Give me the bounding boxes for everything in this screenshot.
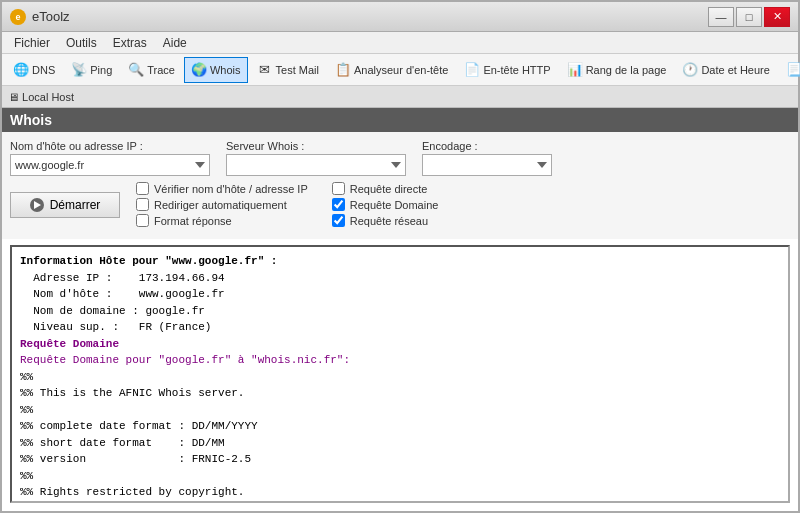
output-line: Niveau sup. : FR (France) bbox=[20, 319, 780, 336]
section-header: Whois bbox=[2, 108, 798, 132]
main-window: e eToolz — □ ✕ Fichier Outils Extras Aid… bbox=[0, 0, 800, 513]
form-row-1: Nom d'hôte ou adresse IP : www.google.fr… bbox=[10, 140, 790, 176]
server-input-row bbox=[226, 154, 406, 176]
window-title: eToolz bbox=[32, 9, 70, 24]
encoding-input-row bbox=[422, 154, 552, 176]
server-group: Serveur Whois : bbox=[226, 140, 406, 176]
host-input-row: www.google.fr bbox=[10, 154, 210, 176]
output-line: %% short date format : DD/MM bbox=[20, 435, 780, 452]
dns-label: DNS bbox=[32, 64, 55, 76]
listes-icon: 📃 bbox=[786, 62, 800, 78]
toolbar-trace[interactable]: 🔍 Trace bbox=[121, 57, 182, 83]
output-line: %% bbox=[20, 468, 780, 485]
direct-checkbox[interactable] bbox=[332, 182, 345, 195]
analyseur-icon: 📋 bbox=[335, 62, 351, 78]
encoding-group: Encodage : bbox=[422, 140, 552, 176]
whois-label: Whois bbox=[210, 64, 241, 76]
output-line: %% complete date format : DD/MM/YYYY bbox=[20, 418, 780, 435]
output-line: Nom de domaine : google.fr bbox=[20, 303, 780, 320]
whois-icon: 🌍 bbox=[191, 62, 207, 78]
local-host-icon: 🖥 bbox=[8, 91, 19, 103]
option-direct: Requête directe bbox=[332, 182, 439, 195]
reseau-label: Requête réseau bbox=[350, 215, 428, 227]
output-area[interactable]: Information Hôte pour "www.google.fr" : … bbox=[10, 245, 790, 503]
section-title: Whois bbox=[10, 112, 52, 128]
option-domaine: Requête Domaine bbox=[332, 198, 439, 211]
play-triangle bbox=[34, 201, 41, 209]
toolbar-testmail[interactable]: ✉ Test Mail bbox=[250, 57, 326, 83]
date-icon: 🕐 bbox=[682, 62, 698, 78]
title-bar-left: e eToolz bbox=[10, 9, 70, 25]
testmail-label: Test Mail bbox=[276, 64, 319, 76]
toolbar-ping[interactable]: 📡 Ping bbox=[64, 57, 119, 83]
toolbar: 🌐 DNS 📡 Ping 🔍 Trace 🌍 Whois ✉ Test Mail… bbox=[2, 54, 798, 86]
title-bar: e eToolz — □ ✕ bbox=[2, 2, 798, 32]
options-panel: Vérifier nom d'hôte / adresse IP Redirig… bbox=[136, 182, 438, 227]
output-line: Information Hôte pour "www.google.fr" : bbox=[20, 253, 780, 270]
menu-aide[interactable]: Aide bbox=[155, 34, 195, 52]
menu-outils[interactable]: Outils bbox=[58, 34, 105, 52]
local-host-label: Local Host bbox=[22, 91, 74, 103]
analyseur-label: Analyseur d'en-tête bbox=[354, 64, 448, 76]
verify-checkbox[interactable] bbox=[136, 182, 149, 195]
toolbar-dns[interactable]: 🌐 DNS bbox=[6, 57, 62, 83]
server-select[interactable] bbox=[226, 154, 406, 176]
server-label: Serveur Whois : bbox=[226, 140, 406, 152]
app-icon: e bbox=[10, 9, 26, 25]
output-line: %% Rights restricted by copyright. bbox=[20, 484, 780, 501]
minimize-button[interactable]: — bbox=[708, 7, 734, 27]
rang-icon: 📊 bbox=[567, 62, 583, 78]
play-icon bbox=[30, 198, 44, 212]
toolbar-whois[interactable]: 🌍 Whois bbox=[184, 57, 248, 83]
reseau-checkbox[interactable] bbox=[332, 214, 345, 227]
testmail-icon: ✉ bbox=[257, 62, 273, 78]
toolbar-analyseur[interactable]: 📋 Analyseur d'en-tête bbox=[328, 57, 455, 83]
redirect-checkbox[interactable] bbox=[136, 198, 149, 211]
menu-fichier[interactable]: Fichier bbox=[6, 34, 58, 52]
menu-bar: Fichier Outils Extras Aide bbox=[2, 32, 798, 54]
start-label: Démarrer bbox=[50, 198, 101, 212]
ping-label: Ping bbox=[90, 64, 112, 76]
direct-label: Requête directe bbox=[350, 183, 428, 195]
host-group: Nom d'hôte ou adresse IP : www.google.fr bbox=[10, 140, 210, 176]
output-line: Requête Domaine bbox=[20, 336, 780, 353]
options-right: Requête directe Requête Domaine Requête … bbox=[332, 182, 439, 227]
output-line: %% version : FRNIC-2.5 bbox=[20, 451, 780, 468]
encoding-label: Encodage : bbox=[422, 140, 552, 152]
toolbar-rang[interactable]: 📊 Rang de la page bbox=[560, 57, 674, 83]
ping-icon: 📡 bbox=[71, 62, 87, 78]
output-line: Nom d'hôte : www.google.fr bbox=[20, 286, 780, 303]
encoding-select[interactable] bbox=[422, 154, 552, 176]
maximize-button[interactable]: □ bbox=[736, 7, 762, 27]
form-panel: Nom d'hôte ou adresse IP : www.google.fr… bbox=[2, 132, 798, 239]
output-line: %% bbox=[20, 369, 780, 386]
close-button[interactable]: ✕ bbox=[764, 7, 790, 27]
option-redirect: Rediriger automatiquement bbox=[136, 198, 308, 211]
entete-icon: 📄 bbox=[464, 62, 480, 78]
option-reseau: Requête réseau bbox=[332, 214, 439, 227]
toolbar-entete[interactable]: 📄 En-tête HTTP bbox=[457, 57, 557, 83]
dns-icon: 🌐 bbox=[13, 62, 29, 78]
rang-label: Rang de la page bbox=[586, 64, 667, 76]
menu-extras[interactable]: Extras bbox=[105, 34, 155, 52]
output-line: %% This is the AFNIC Whois server. bbox=[20, 385, 780, 402]
domaine-checkbox[interactable] bbox=[332, 198, 345, 211]
local-host-bar: 🖥 Local Host bbox=[2, 86, 798, 108]
toolbar-listes[interactable]: 📃 Listes bbox=[779, 57, 800, 83]
toolbar-date[interactable]: 🕐 Date et Heure bbox=[675, 57, 776, 83]
output-line: Requête Domaine pour "google.fr" à "whoi… bbox=[20, 352, 780, 369]
format-checkbox[interactable] bbox=[136, 214, 149, 227]
start-row: Démarrer Vérifier nom d'hôte / adresse I… bbox=[10, 182, 790, 227]
trace-icon: 🔍 bbox=[128, 62, 144, 78]
option-verify: Vérifier nom d'hôte / adresse IP bbox=[136, 182, 308, 195]
start-button[interactable]: Démarrer bbox=[10, 192, 120, 218]
verify-label: Vérifier nom d'hôte / adresse IP bbox=[154, 183, 308, 195]
host-label: Nom d'hôte ou adresse IP : bbox=[10, 140, 210, 152]
date-label: Date et Heure bbox=[701, 64, 769, 76]
output-line: Adresse IP : 173.194.66.94 bbox=[20, 270, 780, 287]
host-select[interactable]: www.google.fr bbox=[10, 154, 210, 176]
output-line: %% bbox=[20, 402, 780, 419]
content-wrapper: Nom d'hôte ou adresse IP : www.google.fr… bbox=[2, 132, 798, 511]
output-line: %% See http://www.afnic.fr/afnic/web/men… bbox=[20, 501, 780, 504]
entete-label: En-tête HTTP bbox=[483, 64, 550, 76]
